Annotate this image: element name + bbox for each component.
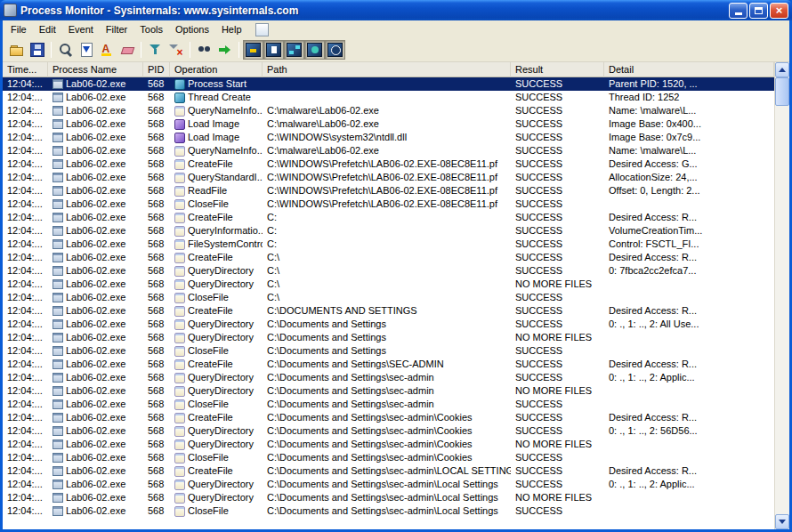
highlight-button[interactable] <box>96 40 117 60</box>
open-button[interactable] <box>6 40 27 60</box>
table-row[interactable]: 12:04:...Lab06-02.exe568QueryDirectoryC:… <box>3 438 774 451</box>
maximize-button[interactable] <box>749 3 768 19</box>
cell-pid: 568 <box>143 491 170 504</box>
table-row[interactable]: 12:04:...Lab06-02.exe568CloseFileC:\SUCC… <box>3 291 774 304</box>
column-header-path[interactable]: Path <box>263 62 511 77</box>
table-row[interactable]: 12:04:...Lab06-02.exe568QueryDirectoryC:… <box>3 424 774 438</box>
file-operation-icon <box>174 306 185 317</box>
table-row[interactable]: 12:04:...Lab06-02.exe568Thread CreateSUC… <box>3 91 774 104</box>
cell-process-name: Lab06-02.exe <box>48 318 143 331</box>
cell-operation: CloseFile <box>170 291 263 304</box>
capture-button[interactable] <box>55 40 76 60</box>
cell-detail: 0: ., 1: .., 2: 56D56... <box>604 424 774 438</box>
cell-process-name: Lab06-02.exe <box>48 304 143 318</box>
table-row[interactable]: 12:04:...Lab06-02.exe568CreateFileC:\Doc… <box>3 358 774 371</box>
clear-button[interactable] <box>117 40 137 60</box>
table-row[interactable]: 12:04:...Lab06-02.exe568QueryNameInfo...… <box>3 104 774 117</box>
show-process-thread-button[interactable] <box>304 40 325 60</box>
menu-item-edit[interactable]: Edit <box>33 21 62 37</box>
column-header-pid[interactable]: PID <box>143 62 170 77</box>
cell-process-name: Lab06-02.exe <box>48 278 143 291</box>
table-row[interactable]: 12:04:...Lab06-02.exe568Load ImageC:\mal… <box>3 117 774 131</box>
table-row[interactable]: 12:04:...Lab06-02.exe568CloseFileC:\Docu… <box>3 398 774 411</box>
operation-label: CreateFile <box>188 304 233 318</box>
vertical-scrollbar[interactable] <box>774 62 789 529</box>
cell-result: SUCCESS <box>511 504 604 518</box>
column-header-process-name[interactable]: Process Name <box>48 62 143 77</box>
scroll-down-button[interactable] <box>775 514 789 529</box>
cell-detail: Name: \malware\L... <box>604 144 774 157</box>
table-row[interactable]: 12:04:...Lab06-02.exe568CloseFileC:\Docu… <box>3 344 774 358</box>
table-row[interactable]: 12:04:...Lab06-02.exe568Process StartSUC… <box>3 77 774 91</box>
capture-icon <box>59 43 73 57</box>
cell-detail: Desired Access: R... <box>604 358 774 371</box>
find-button[interactable] <box>194 40 214 60</box>
filter-button[interactable] <box>145 40 166 60</box>
show-registry-button[interactable] <box>243 40 263 60</box>
cell-pid: 568 <box>143 318 170 331</box>
cell-pid: 568 <box>143 384 170 398</box>
column-header-result[interactable]: Result <box>511 62 604 77</box>
table-row[interactable]: 12:04:...Lab06-02.exe568CreateFileC:\WIN… <box>3 157 774 171</box>
cell-result: SUCCESS <box>511 157 604 171</box>
table-row[interactable]: 12:04:...Lab06-02.exe568CreateFileC:\DOC… <box>3 304 774 318</box>
menu-item-tools[interactable]: Tools <box>133 21 169 37</box>
table-row[interactable]: 12:04:...Lab06-02.exe568QueryDirectoryC:… <box>3 278 774 291</box>
column-header-time[interactable]: Time... <box>3 62 48 77</box>
menu-item-filter[interactable]: Filter <box>100 21 133 37</box>
menu-item-event[interactable]: Event <box>62 21 100 37</box>
operation-label: QueryDirectory <box>188 491 254 504</box>
table-row[interactable]: 12:04:...Lab06-02.exe568FileSystemContro… <box>3 238 774 251</box>
column-header-detail[interactable]: Detail <box>604 62 774 77</box>
table-row[interactable]: 12:04:...Lab06-02.exe568QueryDirectoryC:… <box>3 478 774 491</box>
cell-detail <box>604 491 774 504</box>
show-network-button[interactable] <box>284 40 304 60</box>
scrollbar-thumb[interactable] <box>775 77 789 106</box>
table-row[interactable]: 12:04:...Lab06-02.exe568QueryStandardI..… <box>3 171 774 184</box>
cell-operation: CloseFile <box>170 398 263 411</box>
column-header-operation[interactable]: Operation <box>170 62 263 77</box>
table-row[interactable]: 12:04:...Lab06-02.exe568CloseFileC:\Docu… <box>3 451 774 464</box>
table-row[interactable]: 12:04:...Lab06-02.exe568ReadFileC:\WINDO… <box>3 184 774 197</box>
include-exclude-button[interactable] <box>166 40 186 60</box>
table-row[interactable]: 12:04:...Lab06-02.exe568QueryDirectoryC:… <box>3 318 774 331</box>
show-filesystem-button[interactable] <box>263 40 284 60</box>
process-name-label: Lab06-02.exe <box>66 104 125 117</box>
table-row[interactable]: 12:04:...Lab06-02.exe568QueryDirectoryC:… <box>3 371 774 384</box>
scroll-up-button[interactable] <box>775 62 789 77</box>
table-row[interactable]: 12:04:...Lab06-02.exe568QueryDirectoryC:… <box>3 491 774 504</box>
table-row[interactable]: 12:04:...Lab06-02.exe568QueryDirectoryC:… <box>3 331 774 344</box>
title-bar[interactable]: Process Monitor - Sysinternals: www.sysi… <box>0 0 792 20</box>
cell-time: 12:04:... <box>3 304 48 318</box>
cell-process-name: Lab06-02.exe <box>48 117 143 131</box>
table-row[interactable]: 12:04:...Lab06-02.exe568QueryNameInfo...… <box>3 144 774 157</box>
table-row[interactable]: 12:04:...Lab06-02.exe568CreateFileC:\Doc… <box>3 411 774 424</box>
scrollbar-track[interactable] <box>775 77 789 514</box>
table-row[interactable]: 12:04:...Lab06-02.exe568CreateFileC:\Doc… <box>3 464 774 478</box>
cell-time: 12:04:... <box>3 77 48 91</box>
cell-operation: CreateFile <box>170 464 263 478</box>
table-row[interactable]: 12:04:...Lab06-02.exe568Load ImageC:\WIN… <box>3 131 774 144</box>
menu-item-options[interactable]: Options <box>169 21 215 37</box>
menu-item-file[interactable]: File <box>4 21 33 37</box>
jump-to-button[interactable] <box>214 40 235 60</box>
cell-pid: 568 <box>143 117 170 131</box>
table-row[interactable]: 12:04:...Lab06-02.exe568CloseFileC:\Docu… <box>3 504 774 518</box>
minimize-button[interactable] <box>729 3 748 19</box>
close-button[interactable]: × <box>770 3 788 19</box>
show-profiling-button[interactable] <box>325 40 345 60</box>
cell-process-name: Lab06-02.exe <box>48 464 143 478</box>
table-row[interactable]: 12:04:...Lab06-02.exe568CreateFileC:\SUC… <box>3 251 774 264</box>
menu-item-help[interactable]: Help <box>215 21 248 37</box>
process-file-icon <box>53 146 63 156</box>
table-row[interactable]: 12:04:...Lab06-02.exe568CreateFileC:SUCC… <box>3 211 774 224</box>
table-row[interactable]: 12:04:...Lab06-02.exe568QueryInformatio.… <box>3 224 774 238</box>
table-row[interactable]: 12:04:...Lab06-02.exe568CloseFileC:\WIND… <box>3 197 774 211</box>
cell-result: SUCCESS <box>511 464 604 478</box>
table-row[interactable]: 12:04:...Lab06-02.exe568QueryDirectoryC:… <box>3 264 774 278</box>
save-button[interactable] <box>27 40 47 60</box>
cell-time: 12:04:... <box>3 224 48 238</box>
file-operation-icon <box>174 453 185 463</box>
autoscroll-button[interactable] <box>76 40 96 60</box>
table-row[interactable]: 12:04:...Lab06-02.exe568QueryDirectoryC:… <box>3 384 774 398</box>
